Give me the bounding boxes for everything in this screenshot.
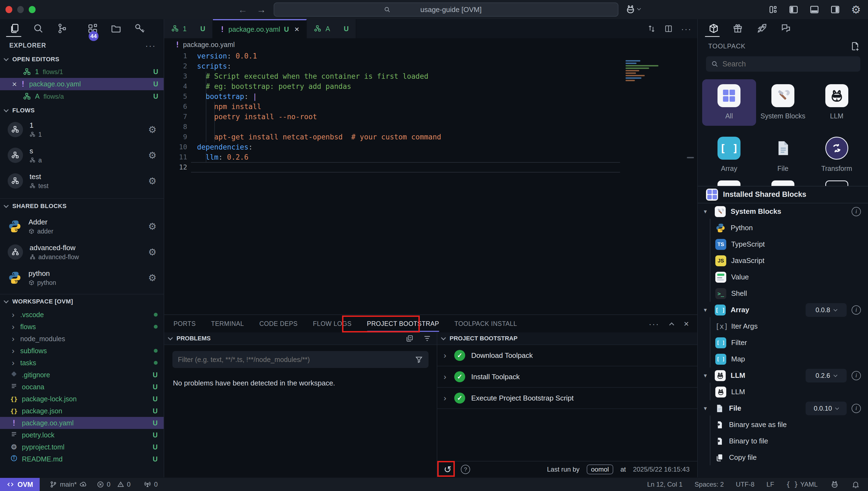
toggle-right-sidebar-icon[interactable] <box>830 5 840 15</box>
new-file-icon[interactable] <box>850 41 860 51</box>
open-editor-item[interactable]: A flows/a U <box>0 90 164 103</box>
chevron-expand-icon[interactable]: ▾ <box>704 208 710 215</box>
version-select[interactable]: 0.0.10 <box>806 402 847 415</box>
info-icon[interactable]: i <box>851 207 861 216</box>
rocket-tab-icon[interactable] <box>756 23 767 34</box>
cursor-position[interactable]: Ln 12, Col 1 <box>647 481 682 488</box>
workspace-folder[interactable]: ›subflows <box>0 345 164 357</box>
bootstrap-step[interactable]: › ✓ Download Toolpack <box>437 345 697 366</box>
block-binary-save-as-file[interactable]: Binary save as file <box>698 416 868 433</box>
assistant-menu[interactable] <box>624 3 640 15</box>
workspace-file[interactable]: ⚙pyproject.tomlU <box>0 441 164 453</box>
scrollbar-handle[interactable] <box>687 157 694 158</box>
code-area[interactable]: 1version: 0.0.1 2scripts: 3 # Script exe… <box>164 51 697 172</box>
category-llm[interactable]: LLM <box>810 79 864 126</box>
category-transform[interactable]: Transform <box>810 132 864 178</box>
split-editor-icon[interactable] <box>664 24 673 33</box>
group-llm[interactable]: ▾ LLM 0.2.6 i <box>698 368 868 384</box>
gear-icon[interactable]: ⚙ <box>148 151 157 160</box>
gear-icon[interactable]: ⚙ <box>148 273 157 282</box>
toggle-bottom-panel-icon[interactable] <box>809 5 819 15</box>
panel-tab-code-deps[interactable]: CODE DEPS <box>260 320 298 327</box>
panel-more-icon[interactable]: ··· <box>649 322 659 326</box>
toolpack-search-input[interactable] <box>723 60 856 68</box>
flow-item[interactable]: test test ⚙ <box>0 168 164 194</box>
panel-tab-toolpack-install[interactable]: TOOLPACK INSTALL <box>455 320 517 327</box>
close-panel-icon[interactable]: × <box>684 319 689 329</box>
breadcrumb[interactable]: ! package.oo.yaml <box>164 38 697 51</box>
workspace-file[interactable]: oocanaU <box>0 381 164 393</box>
block-binary-to-file[interactable]: Binary to file <box>698 433 868 450</box>
gift-tab-icon[interactable] <box>732 23 743 34</box>
layout-customize-icon[interactable] <box>768 5 778 14</box>
chevron-expand-icon[interactable]: ▾ <box>704 307 710 314</box>
close-tab-icon[interactable]: × <box>294 25 299 34</box>
problems-filter[interactable] <box>172 351 429 368</box>
toolpack-tab-icon[interactable] <box>708 23 719 34</box>
open-editors-header[interactable]: OPEN EDITORS <box>0 53 164 66</box>
flows-tab-icon[interactable]: 44 <box>56 23 67 34</box>
flow-item[interactable]: s a ⚙ <box>0 142 164 168</box>
group-file[interactable]: ▾ File 0.0.10 i <box>698 400 868 416</box>
category-all[interactable]: All <box>702 79 756 126</box>
explorer-more-icon[interactable]: ··· <box>145 44 156 48</box>
chevron-right-icon[interactable]: › <box>442 351 448 360</box>
category-system-blocks[interactable]: System Blocks <box>756 79 810 126</box>
language-mode[interactable]: { } YAML <box>786 481 818 488</box>
editor-more-icon[interactable]: ··· <box>681 27 692 31</box>
rabbit-icon[interactable] <box>830 480 840 489</box>
encoding[interactable]: UTF-8 <box>736 481 754 488</box>
block-python[interactable]: Python <box>698 220 868 236</box>
back-button[interactable]: ← <box>238 4 247 15</box>
remote-indicator[interactable]: OVM <box>0 478 40 491</box>
collapse-all-icon[interactable] <box>406 334 414 343</box>
block-filter[interactable]: [ ] Filter <box>698 335 868 351</box>
group-array[interactable]: ▾ [ ] Array 0.0.8 i <box>698 302 868 318</box>
toolpack-search[interactable] <box>706 56 860 71</box>
workspace-file[interactable]: {}package-lock.jsonU <box>0 393 164 405</box>
shared-block-item[interactable]: advanced-flow advanced-flow ⚙ <box>0 239 164 265</box>
gear-icon[interactable]: ⚙ <box>148 248 157 257</box>
chevron-expand-icon[interactable]: ▾ <box>704 405 710 412</box>
minimap[interactable] <box>626 60 664 82</box>
shared-block-item[interactable]: python python ⚙ <box>0 265 164 291</box>
block-shell[interactable]: >_ Shell <box>698 285 868 302</box>
workspace-folder[interactable]: ›.vscode <box>0 309 164 321</box>
editor-tab[interactable]: 1 U <box>164 19 213 38</box>
git-branch-indicator[interactable]: main* <box>50 481 87 488</box>
indentation[interactable]: Spaces: 2 <box>695 481 724 488</box>
zoom-window-button[interactable] <box>29 6 35 13</box>
folder-tab-icon[interactable] <box>111 23 121 34</box>
funnel-icon[interactable] <box>415 355 423 364</box>
bell-icon[interactable] <box>851 480 860 489</box>
block-value[interactable]: Value <box>698 269 868 285</box>
panel-tab-terminal[interactable]: TERMINAL <box>211 320 244 327</box>
chat-tab-icon[interactable] <box>781 23 791 34</box>
info-icon[interactable]: i <box>851 371 861 380</box>
open-editor-item[interactable]: 1 flows/1 U <box>0 66 164 78</box>
problems-filter-input[interactable] <box>178 356 415 364</box>
close-window-button[interactable] <box>5 6 12 13</box>
close-icon[interactable]: × <box>12 80 17 89</box>
key-tab-icon[interactable] <box>134 23 145 34</box>
explorer-tab-icon[interactable] <box>9 23 20 34</box>
flows-section-header[interactable]: FLOWS <box>0 104 164 117</box>
command-center-search[interactable] <box>274 2 619 17</box>
version-select[interactable]: 0.2.6 <box>806 369 847 382</box>
maximize-panel-icon[interactable] <box>669 322 674 327</box>
open-editor-item-active[interactable]: × ! package.oo.yaml U <box>0 78 164 90</box>
filter-view-icon[interactable] <box>423 334 431 343</box>
workspace-folder[interactable]: ›flows <box>0 321 164 333</box>
workspace-section-header[interactable]: WORKSPACE [OVM] <box>0 294 164 309</box>
group-system-blocks[interactable]: ▾ System Blocks i <box>698 203 868 220</box>
workspace-file-selected[interactable]: !package.oo.yamlU <box>0 417 164 429</box>
block-iter-args[interactable]: [x] Iter Args <box>698 318 868 335</box>
workspace-file[interactable]: {}package.jsonU <box>0 405 164 417</box>
settings-gear-icon[interactable]: ⚙ <box>851 3 861 16</box>
eol[interactable]: LF <box>766 481 774 488</box>
info-icon[interactable]: i <box>851 306 861 315</box>
flow-item[interactable]: 1 1 ⚙ <box>0 117 164 142</box>
toggle-left-sidebar-icon[interactable] <box>789 5 798 15</box>
version-select[interactable]: 0.0.8 <box>806 303 847 317</box>
help-icon[interactable]: ? <box>461 465 470 474</box>
